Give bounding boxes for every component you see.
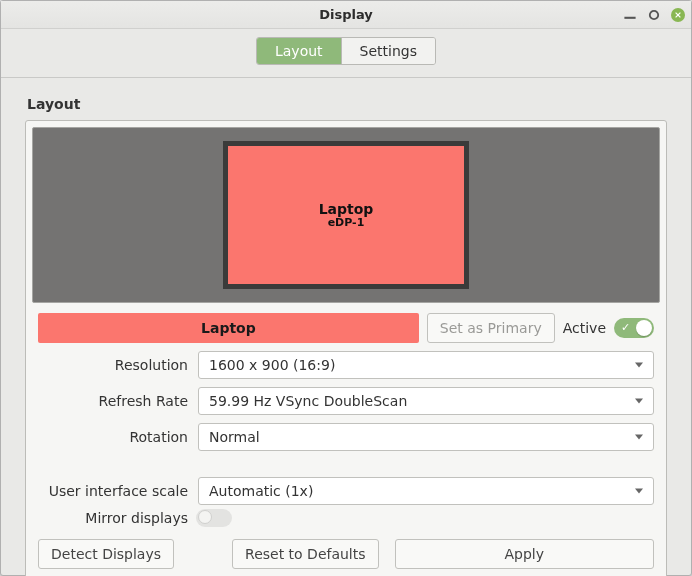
monitor-name: Laptop: [319, 201, 374, 217]
titlebar-buttons: [623, 1, 685, 29]
apply-button[interactable]: Apply: [395, 539, 654, 569]
active-toggle[interactable]: ✓: [614, 318, 654, 338]
tab-group: Layout Settings: [256, 37, 436, 65]
mirror-label: Mirror displays: [38, 510, 188, 526]
monitor-preview-area[interactable]: Laptop eDP-1: [32, 127, 660, 303]
titlebar[interactable]: Display: [1, 1, 691, 29]
window-title: Display: [319, 7, 373, 22]
reset-defaults-button[interactable]: Reset to Defaults: [232, 539, 379, 569]
rotation-value: Normal: [209, 429, 260, 445]
settings-form: Resolution 1600 x 900 (16:9) Refresh Rat…: [32, 351, 660, 505]
ui-scale-value: Automatic (1x): [209, 483, 313, 499]
layout-panel: Laptop eDP-1 Laptop Set as Primary Activ…: [25, 120, 667, 576]
view-switcher: Layout Settings: [1, 29, 691, 78]
resolution-value: 1600 x 900 (16:9): [209, 357, 335, 373]
ui-scale-label: User interface scale: [38, 483, 188, 499]
svg-point-1: [650, 11, 658, 19]
resolution-label: Resolution: [38, 357, 188, 373]
maximize-button[interactable]: [647, 8, 661, 22]
detect-displays-button[interactable]: Detect Displays: [38, 539, 174, 569]
refresh-rate-select[interactable]: 59.99 Hz VSync DoubleScan: [198, 387, 654, 415]
display-settings-window: Display Layout Settings Layout Laptop: [0, 0, 692, 576]
rotation-label: Rotation: [38, 429, 188, 445]
device-tab[interactable]: Laptop: [38, 313, 419, 343]
mirror-toggle[interactable]: [196, 509, 232, 527]
refresh-rate-value: 59.99 Hz VSync DoubleScan: [209, 393, 407, 409]
rotation-select[interactable]: Normal: [198, 423, 654, 451]
minimize-button[interactable]: [623, 8, 637, 22]
resolution-select[interactable]: 1600 x 900 (16:9): [198, 351, 654, 379]
monitor-tile[interactable]: Laptop eDP-1: [223, 141, 469, 289]
active-label: Active: [563, 320, 606, 336]
content-area: Layout Laptop eDP-1 Laptop Set as Primar…: [1, 78, 691, 576]
device-bar: Laptop Set as Primary Active ✓: [32, 313, 660, 343]
tab-settings[interactable]: Settings: [341, 38, 435, 64]
footer-buttons: Detect Displays Reset to Defaults Apply: [32, 535, 660, 571]
close-button[interactable]: [671, 8, 685, 22]
refresh-rate-label: Refresh Rate: [38, 393, 188, 409]
mirror-row: Mirror displays: [32, 505, 660, 535]
ui-scale-select[interactable]: Automatic (1x): [198, 477, 654, 505]
tab-layout[interactable]: Layout: [257, 38, 341, 64]
monitor-connector: eDP-1: [328, 216, 365, 229]
section-title: Layout: [27, 96, 667, 112]
set-primary-button[interactable]: Set as Primary: [427, 313, 555, 343]
